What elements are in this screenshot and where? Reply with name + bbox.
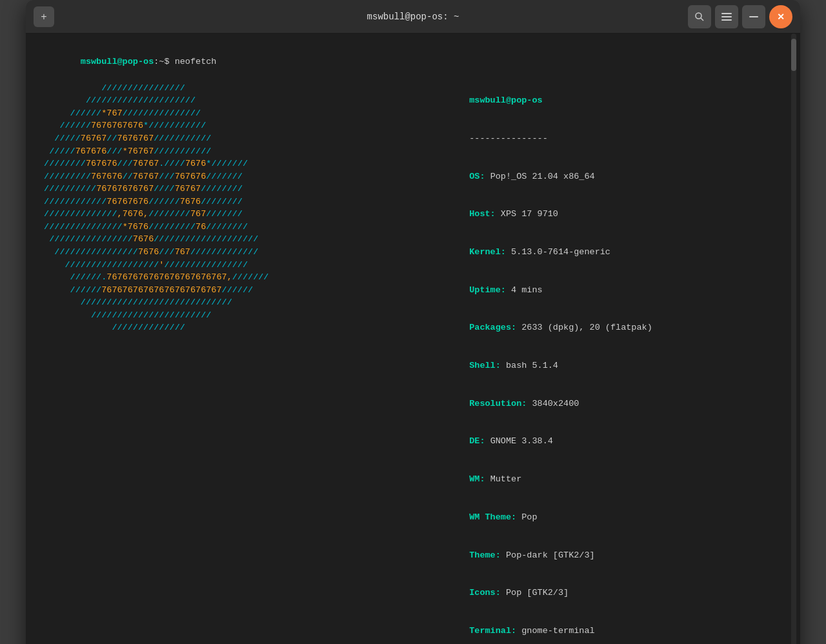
titlebar-left: +: [34, 6, 54, 27]
terminal-line: Terminal: gnome-terminal: [407, 612, 787, 644]
svg-rect-2: [721, 13, 732, 14]
de-value: GNOME 3.38.4: [485, 436, 553, 446]
close-button[interactable]: ✕: [769, 5, 792, 28]
de-line: DE: GNOME 3.38.4: [407, 423, 787, 461]
theme-value: Pop-dark [GTK2/3]: [501, 550, 595, 560]
host-label: Host:: [469, 209, 496, 219]
separator-line: ---------------: [407, 119, 787, 157]
hamburger-icon: [721, 13, 732, 21]
os-line: OS: Pop!_OS 21.04 x86_64: [407, 157, 787, 196]
minimize-button[interactable]: [742, 5, 765, 28]
shell-label: Shell:: [469, 361, 501, 370]
shell-line: Shell: bash 5.1.4: [407, 347, 787, 385]
titlebar: + mswbull@pop-os: ~: [26, 0, 800, 34]
uptime-line: Uptime: 4 mins: [407, 271, 787, 309]
menu-button[interactable]: [715, 5, 738, 28]
packages-label: Packages:: [469, 323, 516, 332]
wm-theme-label: WM Theme:: [469, 512, 516, 522]
packages-value: 2633 (dpkg), 20 (flatpak): [516, 323, 652, 332]
wm-label: WM:: [469, 474, 485, 484]
new-tab-button[interactable]: +: [34, 6, 54, 27]
wm-theme-value: Pop: [516, 512, 537, 522]
kernel-value: 5.13.0-7614-generic: [506, 247, 610, 257]
prompt-cmd-1: neofetch: [170, 57, 217, 66]
packages-line: Packages: 2633 (dpkg), 20 (flatpak): [407, 309, 787, 347]
terminal-label: Terminal:: [469, 626, 516, 636]
terminal-body[interactable]: mswbull@pop-os:~$ neofetch /////////////…: [26, 34, 800, 644]
username-host-line: mswbull@pop-os: [407, 82, 787, 120]
resolution-label: Resolution:: [469, 399, 527, 408]
prompt-line-1: mswbull@pop-os:~$ neofetch: [39, 43, 787, 81]
minimize-icon: [749, 16, 758, 17]
info-panel: mswbull@pop-os --------------- OS: Pop!_…: [407, 82, 787, 644]
prompt-sep-1: :~$: [154, 57, 169, 66]
theme-label: Theme:: [469, 550, 501, 560]
uptime-label: Uptime:: [469, 285, 506, 295]
search-icon: [694, 12, 705, 22]
ascii-art: //////////////// ///////////////////// /…: [39, 82, 407, 644]
host-value: XPS 17 9710: [496, 209, 558, 219]
icons-value: Pop [GTK2/3]: [501, 588, 569, 598]
close-icon: ✕: [777, 12, 785, 22]
svg-rect-4: [721, 19, 732, 21]
kernel-line: Kernel: 5.13.0-7614-generic: [407, 233, 787, 271]
wm-line: WM: Mutter: [407, 461, 787, 499]
username-host: mswbull@pop-os: [469, 96, 542, 105]
host-line: Host: XPS 17 9710: [407, 196, 787, 234]
search-button[interactable]: [688, 5, 711, 28]
prompt-user-1: mswbull@pop-os: [81, 57, 154, 66]
titlebar-controls: ✕: [688, 5, 792, 28]
separator: ---------------: [469, 134, 548, 143]
svg-point-0: [696, 13, 701, 19]
icons-label: Icons:: [469, 588, 501, 598]
svg-rect-3: [721, 16, 732, 17]
neofetch-output: //////////////// ///////////////////// /…: [39, 82, 787, 644]
wm-value: Mutter: [485, 474, 522, 484]
theme-line: Theme: Pop-dark [GTK2/3]: [407, 536, 787, 574]
plus-icon: +: [41, 11, 46, 23]
de-label: DE:: [469, 436, 485, 446]
svg-rect-5: [749, 16, 758, 17]
shell-value: bash 5.1.4: [501, 361, 558, 370]
wm-theme-line: WM Theme: Pop: [407, 498, 787, 536]
resolution-value: 3840x2400: [527, 399, 579, 408]
svg-line-1: [701, 18, 703, 21]
os-value: Pop!_OS 21.04 x86_64: [485, 172, 595, 181]
icons-line: Icons: Pop [GTK2/3]: [407, 574, 787, 612]
uptime-value: 4 mins: [506, 285, 543, 295]
resolution-line: Resolution: 3840x2400: [407, 385, 787, 423]
kernel-label: Kernel:: [469, 247, 506, 257]
scrollbar-track[interactable]: [791, 34, 796, 644]
window-title: mswbull@pop-os: ~: [367, 12, 459, 22]
scrollbar-thumb[interactable]: [791, 39, 796, 71]
os-label: OS:: [469, 172, 485, 181]
terminal-value: gnome-terminal: [516, 626, 595, 636]
